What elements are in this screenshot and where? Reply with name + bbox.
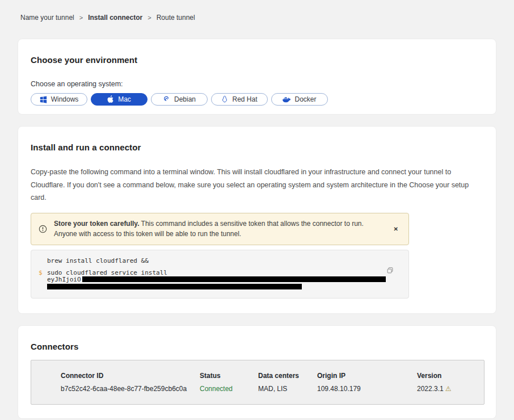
code-line-sudo: $ sudo cloudflared service install — [39, 270, 401, 276]
os-button-redhat[interactable]: Red Hat — [211, 93, 268, 106]
col-status: Status — [200, 372, 258, 380]
copy-icon[interactable] — [385, 266, 395, 277]
connectors-card: Connectors Connector ID Status Data cent… — [18, 325, 496, 419]
col-origin-ip: Origin IP — [317, 372, 417, 380]
docker-whale-icon — [283, 96, 290, 103]
connectors-table-header: Connector ID Status Data centers Origin … — [61, 372, 484, 380]
token-prefix: eyJhIjoiO — [47, 276, 81, 283]
breadcrumb: Name your tunnel > Install connector > R… — [0, 0, 514, 22]
origin-ip-value: 109.48.10.179 — [317, 385, 417, 393]
os-button-debian[interactable]: Debian — [151, 93, 208, 106]
breadcrumb-route-tunnel[interactable]: Route tunnel — [157, 14, 195, 22]
os-button-label: Windows — [51, 95, 79, 103]
os-button-docker[interactable]: Docker — [271, 93, 328, 106]
os-button-windows[interactable]: Windows — [31, 93, 87, 106]
install-description: Copy-paste the following command into a … — [31, 166, 483, 204]
token-warning-text: Store your token carefully. This command… — [54, 219, 384, 240]
code-line-token: eyJhIjoiO — [39, 276, 401, 283]
connectors-card-title: Connectors — [31, 342, 483, 351]
os-button-label: Docker — [294, 95, 316, 103]
os-button-label: Mac — [118, 95, 131, 103]
alert-circle-icon — [39, 225, 47, 233]
connector-id-value: b7c52c42-6caa-48ee-8c77-fbe259cb6c0a — [61, 385, 200, 393]
windows-logo-icon — [40, 96, 47, 103]
redaction-bar — [47, 284, 302, 289]
token-warning-banner: Store your token carefully. This command… — [31, 213, 409, 245]
table-row: b7c52c42-6caa-48ee-8c77-fbe259cb6c0a Con… — [61, 385, 484, 393]
apple-logo-icon — [107, 95, 114, 103]
data-centers-value: MAD, LIS — [258, 385, 317, 393]
install-card-title: Install and run a connector — [31, 142, 483, 152]
status-badge: Connected — [200, 385, 258, 393]
code-line-token-2 — [39, 283, 401, 290]
environment-card-title: Choose your environment — [31, 55, 483, 65]
os-button-label: Debian — [174, 95, 196, 103]
code-line-brew: brew install cloudflared && — [39, 258, 401, 264]
close-icon[interactable]: ✕ — [390, 224, 402, 234]
os-button-mac[interactable]: Mac — [91, 93, 148, 106]
debian-logo-icon — [163, 96, 170, 103]
breadcrumb-separator: > — [148, 14, 151, 21]
prompt-gutter — [39, 258, 47, 264]
breadcrumb-install-connector[interactable]: Install connector — [88, 14, 142, 22]
col-data-centers: Data centers — [258, 372, 317, 380]
col-version: Version — [417, 372, 484, 380]
breadcrumb-separator: > — [79, 14, 83, 21]
dollar-prompt: $ — [39, 270, 47, 276]
os-select-label: Choose an operating system: — [31, 80, 483, 88]
os-button-label: Red Hat — [232, 95, 257, 103]
environment-card: Choose your environment Choose an operat… — [18, 39, 496, 115]
warning-triangle-icon: ⚠ — [445, 385, 452, 393]
install-connector-card: Install and run a connector Copy-paste t… — [18, 126, 496, 314]
redaction-bar — [82, 276, 386, 282]
breadcrumb-name-your-tunnel[interactable]: Name your tunnel — [20, 14, 74, 22]
token-warning-bold: Store your token carefully. — [54, 220, 140, 228]
redhat-tux-icon — [221, 95, 228, 103]
col-connector-id: Connector ID — [61, 372, 200, 380]
connectors-table: Connector ID Status Data centers Origin … — [31, 360, 484, 405]
os-button-group: Windows Mac Debian Red Hat Docker — [31, 93, 483, 106]
install-command-code-block: brew install cloudflared && $ sudo cloud… — [31, 250, 409, 299]
prompt-gutter — [39, 276, 47, 283]
version-value: 2022.3.1⚠ — [417, 385, 484, 393]
